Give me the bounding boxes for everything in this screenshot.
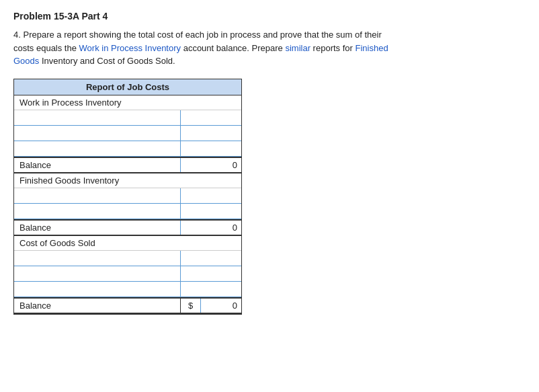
problem-instruction: 4. Prepare a report showing the total co… (13, 28, 390, 68)
table-row[interactable] (14, 188, 241, 204)
table-row[interactable] (14, 141, 241, 157)
table-row[interactable] (14, 266, 241, 282)
balance-row-cogs: Balance $ 0 (14, 297, 241, 314)
table-row[interactable] (14, 126, 241, 141)
problem-title: Problem 15-3A Part 4 (13, 11, 526, 22)
table-row[interactable] (14, 110, 241, 126)
balance-row-wip: Balance 0 (14, 157, 241, 173)
section-finished-goods: Finished Goods Inventory Balance 0 (14, 173, 241, 236)
section-label-fg: Finished Goods Inventory (14, 173, 241, 188)
report-container: Report of Job Costs Work in Process Inve… (13, 79, 242, 315)
balance-row-fg: Balance 0 (14, 219, 241, 236)
section-work-in-process: Work in Process Inventory Balance 0 (14, 95, 241, 173)
report-header: Report of Job Costs (14, 79, 241, 95)
section-label-cogs: Cost of Goods Sold (14, 236, 241, 251)
table-row[interactable] (14, 282, 241, 297)
section-label-wip: Work in Process Inventory (14, 95, 241, 110)
section-cogs: Cost of Goods Sold Balance $ 0 (14, 236, 241, 314)
table-row[interactable] (14, 204, 241, 219)
table-row[interactable] (14, 251, 241, 266)
